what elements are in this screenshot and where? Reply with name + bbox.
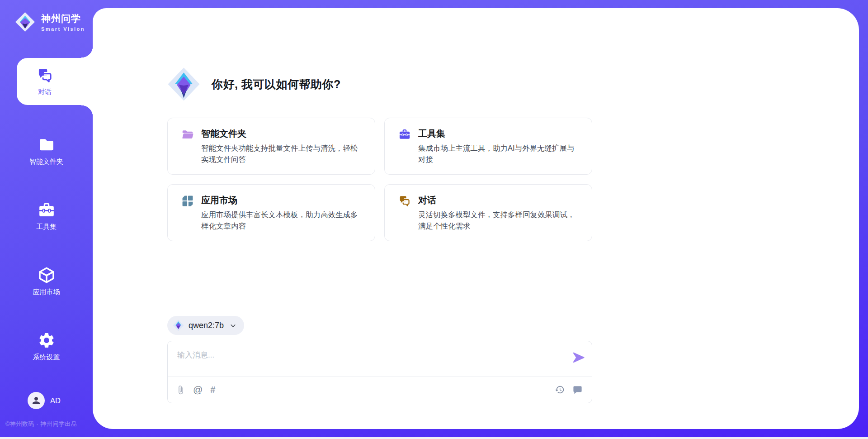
- card-chat[interactable]: 对话 灵活切换多模型文件，支持多样回复效果调试，满足个性化需求: [384, 184, 592, 241]
- card-title: 应用市场: [201, 194, 365, 206]
- brand-subtitle: Smart Vision: [41, 26, 85, 32]
- sidebar-item-chat[interactable]: 对话: [17, 58, 93, 105]
- toolbox-icon: [398, 128, 411, 141]
- model-selector[interactable]: qwen2:7b: [167, 316, 244, 335]
- sidebar-item-smart-folder[interactable]: 智能文件夹: [0, 136, 93, 166]
- card-description: 应用市场提供丰富长文本模板，助力高效生成多样化文章内容: [201, 209, 365, 232]
- card-smart-folder[interactable]: 智能文件夹 智能文件夹功能支持批量文件上传与清洗，轻松实现文件问答: [167, 118, 375, 175]
- history-icon: [555, 385, 565, 395]
- card-description: 集成市场上主流工具，助力AI与外界无缝扩展与对接: [418, 143, 582, 165]
- sidebar-footer: ©神州数码 · 神州问学出品: [5, 420, 105, 428]
- folder-icon: [38, 136, 56, 154]
- brand-logo-block: 神州问学 Smart Vision: [14, 11, 85, 33]
- person-icon: [31, 395, 42, 406]
- assistant-diamond-icon: [167, 67, 200, 101]
- message-composer: @ #: [167, 341, 592, 403]
- sidebar-item-settings[interactable]: 系统设置: [0, 331, 93, 362]
- card-title: 工具集: [418, 127, 582, 140]
- card-description: 智能文件夹功能支持批量文件上传与清洗，轻松实现文件问答: [201, 143, 365, 165]
- attachment-icon: [176, 385, 185, 395]
- mention-button[interactable]: @: [193, 384, 203, 396]
- greeting-block: 你好, 我可以如何帮助你?: [167, 67, 341, 101]
- mention-icon: @: [193, 384, 203, 395]
- chat-bubbles-icon: [398, 195, 411, 207]
- conversation-icon: [572, 385, 583, 395]
- app-root: 神州问学 Smart Vision 对话 智能文件夹 工具集: [0, 0, 868, 439]
- send-icon: [571, 351, 586, 364]
- brand-diamond-icon: [14, 11, 36, 33]
- gear-icon: [38, 331, 56, 349]
- model-name: qwen2:7b: [189, 321, 224, 330]
- card-text: 智能文件夹 智能文件夹功能支持批量文件上传与清洗，轻松实现文件问答: [201, 127, 365, 174]
- avatar: [28, 392, 45, 409]
- user-initials: AD: [50, 396, 61, 405]
- history-button[interactable]: [555, 384, 565, 396]
- folder-open-icon: [181, 128, 194, 141]
- hashtag-button[interactable]: #: [210, 384, 215, 396]
- sidebar-item-label: 对话: [38, 88, 52, 96]
- card-text: 工具集 集成市场上主流工具，助力AI与外界无缝扩展与对接: [418, 127, 582, 174]
- toolbox-icon: [38, 201, 56, 219]
- horizontal-scrollbar[interactable]: [0, 437, 868, 439]
- card-title: 对话: [418, 194, 582, 206]
- chat-bubbles-icon: [37, 67, 53, 84]
- card-description: 灵活切换多模型文件，支持多样回复效果调试，满足个性化需求: [418, 209, 582, 232]
- card-title: 智能文件夹: [201, 127, 365, 140]
- cube-icon: [38, 266, 56, 284]
- sidebar-item-label: 应用市场: [33, 288, 60, 296]
- hashtag-icon: #: [210, 385, 215, 395]
- sidebar-item-chat-content: 对话: [17, 58, 73, 105]
- main-content: 你好, 我可以如何帮助你? 智能文件夹 智能文件夹功能支持批量文件上传与清洗，轻…: [167, 0, 592, 439]
- card-toolset[interactable]: 工具集 集成市场上主流工具，助力AI与外界无缝扩展与对接: [384, 118, 592, 175]
- card-text: 对话 灵活切换多模型文件，支持多样回复效果调试，满足个性化需求: [418, 194, 582, 241]
- sidebar-item-label: 工具集: [36, 223, 57, 231]
- sidebar-item-toolset[interactable]: 工具集: [0, 201, 93, 231]
- user-account[interactable]: AD: [0, 392, 88, 409]
- sidebar-item-app-market[interactable]: 应用市场: [0, 266, 93, 296]
- message-input[interactable]: [176, 347, 561, 363]
- sidebar-item-label: 智能文件夹: [29, 157, 63, 166]
- mosaic-icon: [181, 195, 194, 207]
- sidebar-item-label: 系统设置: [33, 353, 60, 362]
- card-app-market[interactable]: 应用市场 应用市场提供丰富长文本模板，助力高效生成多样化文章内容: [167, 184, 375, 241]
- brand-name: 神州问学: [41, 12, 85, 25]
- composer-toolbar: @ #: [176, 377, 583, 403]
- conversation-button[interactable]: [572, 384, 583, 396]
- card-text: 应用市场 应用市场提供丰富长文本模板，助力高效生成多样化文章内容: [201, 194, 365, 241]
- brand-text: 神州问学 Smart Vision: [41, 12, 85, 32]
- send-button[interactable]: [571, 351, 586, 365]
- feature-cards: 智能文件夹 智能文件夹功能支持批量文件上传与清洗，轻松实现文件问答 工具集 集成…: [167, 118, 592, 241]
- greeting-title: 你好, 我可以如何帮助你?: [212, 77, 341, 92]
- chevron-down-icon: [229, 322, 237, 329]
- model-logo-icon: [173, 320, 184, 331]
- attachment-button[interactable]: [176, 384, 185, 396]
